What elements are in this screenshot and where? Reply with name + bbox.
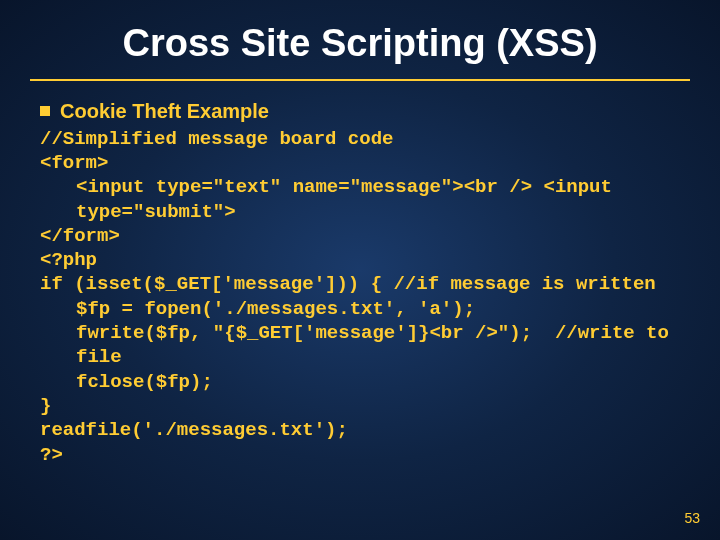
code-line: //Simplified message board code [40, 127, 680, 151]
code-line: readfile('./messages.txt'); [40, 418, 680, 442]
bullet-text: Cookie Theft Example [60, 99, 269, 125]
code-line: $fp = fopen('./messages.txt', 'a'); [40, 297, 680, 321]
slide-title: Cross Site Scripting (XSS) [0, 0, 720, 73]
slide: Cross Site Scripting (XSS) Cookie Theft … [0, 0, 720, 540]
bullet-square-icon [40, 106, 50, 116]
code-line: ?> [40, 443, 680, 467]
bullet-item: Cookie Theft Example [40, 99, 680, 125]
code-line: <form> [40, 151, 680, 175]
slide-content: Cookie Theft Example //Simplified messag… [0, 99, 720, 467]
code-line: } [40, 394, 680, 418]
code-line: if (isset($_GET['message'])) { //if mess… [40, 272, 680, 296]
code-line: </form> [40, 224, 680, 248]
code-line: fwrite($fp, "{$_GET['message']}<br />");… [40, 321, 680, 370]
title-underline [30, 79, 690, 81]
code-line: <?php [40, 248, 680, 272]
page-number: 53 [684, 510, 700, 526]
code-line: fclose($fp); [40, 370, 680, 394]
code-line: <input type="text" name="message"><br />… [40, 175, 680, 224]
